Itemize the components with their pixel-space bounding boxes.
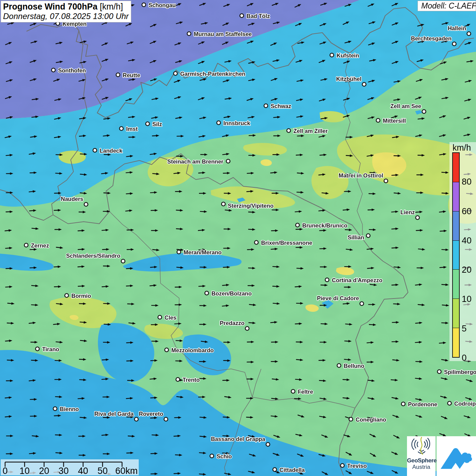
place-marker-cittadella <box>273 468 277 472</box>
wind-arrow-shaft <box>442 285 446 285</box>
wind-arrow-shaft <box>56 453 60 453</box>
wind-arrow-shaft <box>175 324 179 324</box>
wind-arrow-shaft <box>80 174 84 174</box>
wind-arrow-shaft <box>102 360 106 360</box>
place-marker-bad-t-lz <box>240 14 244 18</box>
wind-arrow-shaft <box>346 155 350 156</box>
place-marker-spilimbergo <box>438 370 441 374</box>
wind-arrow-shaft <box>126 269 131 269</box>
legend-tick-40: 40 <box>462 236 472 245</box>
place-label-steinach-am-brenner: Steinach am Brenner <box>167 158 224 165</box>
wind-arrow-shaft <box>129 117 133 117</box>
place-cortina-d-ampezzo: Cortina d'Ampezzo <box>325 277 382 283</box>
wind-arrow-shaft <box>416 361 420 362</box>
wind-arrow-shaft <box>5 417 9 417</box>
place-marker-bruneck-brunico <box>296 223 300 227</box>
place-label-sonthofen: Sonthofen <box>58 67 86 73</box>
wind-arrow-shaft <box>321 285 325 285</box>
wind-arrow-shaft <box>176 210 180 210</box>
place-marker-schio <box>210 454 214 458</box>
scale-bar-label-0: 0 <box>2 466 7 475</box>
wind-arrow-shaft <box>150 285 154 286</box>
wind-arrow-shaft <box>30 137 34 137</box>
wind-arrow-shaft <box>32 99 36 100</box>
place-marker-nauders <box>84 203 88 206</box>
geosphere-contour-icon <box>409 436 433 455</box>
wind-arrow-shaft <box>345 230 349 230</box>
mountain-cloud-icon <box>437 436 476 476</box>
place-label-kitzb-hel: Kitzbühel <box>336 76 361 82</box>
wind-arrow-shaft <box>30 173 34 173</box>
place-marker-kitzb-hel <box>362 83 366 86</box>
place-marker-bienno <box>53 407 57 411</box>
wind-arrow-shaft <box>343 210 347 210</box>
place-label-feltre: Feltre <box>298 389 313 395</box>
place-marker-hallein <box>467 32 471 36</box>
wind-arrow-shaft <box>320 155 324 155</box>
map-canvas: SchongauBad TölzKemptenMurnau am Staffel… <box>0 0 476 476</box>
wind-arrow-shaft <box>225 397 229 397</box>
wind-arrow-shaft <box>319 174 323 175</box>
wind-arrow-shaft <box>5 248 10 248</box>
wind-arrow-shaft <box>55 397 60 397</box>
wind-arrow-shaft <box>393 304 397 304</box>
place-marker-mittersill <box>376 119 380 122</box>
wind-arrow-shaft <box>223 417 227 418</box>
wind-arrow-shaft <box>31 360 35 360</box>
wind-arrow-shaft <box>271 172 275 173</box>
place-marker-trento <box>176 378 180 381</box>
place-marker-lienz <box>416 216 420 220</box>
wind-arrow-shaft <box>32 117 36 117</box>
place-marker-cortina-d-ampezzo <box>325 278 329 282</box>
place-marker-feltre <box>291 390 295 393</box>
place-label-tirano: Tirano <box>42 346 59 352</box>
wind-arrow-shaft <box>31 305 35 305</box>
wind-arrow-shaft <box>29 191 33 192</box>
place-label-hallein: Hallein <box>448 25 466 31</box>
wind-arrow-shaft <box>129 80 133 80</box>
wind-arrow-shaft <box>151 360 155 361</box>
wind-arrow-shaft <box>367 249 371 249</box>
wind-arrow-shaft <box>80 322 84 322</box>
wind-arrow-shaft <box>295 211 299 212</box>
wind-arrow-shaft <box>442 250 446 250</box>
place-marker-tirano <box>36 347 39 351</box>
wind-arrow-shaft <box>249 323 253 323</box>
wind-arrow-shaft <box>368 268 372 268</box>
place-marker-zell-am-see <box>422 110 426 114</box>
wind-arrow-shaft <box>199 286 203 286</box>
wind-arrow-shaft <box>177 267 181 268</box>
wind-arrow-shaft <box>273 286 277 287</box>
place-label-bad-t-lz: Bad Tölz <box>247 13 270 19</box>
wind-arrow-shaft <box>78 286 82 286</box>
wind-arrow-shaft <box>8 303 12 304</box>
place-label-treviso: Treviso <box>347 463 367 469</box>
scale-bar-label-5: 50 <box>98 466 108 475</box>
wind-arrow-shaft <box>271 416 275 416</box>
wind-arrow-shaft <box>223 154 227 155</box>
partner-logo <box>437 436 476 476</box>
geosphere-logo: GeoSphere Austria <box>407 436 436 476</box>
wind-arrow-shaft <box>415 378 420 379</box>
wind-arrow-shaft <box>418 305 422 305</box>
wind-arrow-shaft <box>199 173 203 173</box>
wind-arrow-shaft <box>392 175 396 175</box>
place-label-silz: Silz <box>152 121 162 127</box>
place-label-kufstein: Kufstein <box>337 52 359 58</box>
wind-arrow-shaft <box>369 230 373 230</box>
place-garmisch-partenkirchen: Garmisch-Partenkirchen <box>174 71 245 77</box>
wind-arrow-shaft <box>7 323 11 323</box>
place-meran-merano: Meran/Merano <box>177 249 222 255</box>
wind-arrow-shaft <box>271 249 275 249</box>
wind-arrow-shaft <box>54 210 58 210</box>
wind-arrow-shaft <box>102 379 106 379</box>
place-label-cortina-d-ampezzo: Cortina d'Ampezzo <box>332 277 382 283</box>
wind-arrow-shaft <box>7 360 11 360</box>
place-marker-steinach-am-brenner <box>226 159 230 163</box>
wind-arrow-shaft <box>345 324 350 324</box>
place-label-murnau-am-staffelsee: Murnau am Staffelsee <box>194 31 252 37</box>
place-label-zell-am-ziller: Zell am Ziller <box>293 128 328 134</box>
wind-arrow-shaft <box>5 287 10 287</box>
wind-arrow-shaft <box>222 306 226 306</box>
wind-arrow-shaft <box>249 304 253 305</box>
